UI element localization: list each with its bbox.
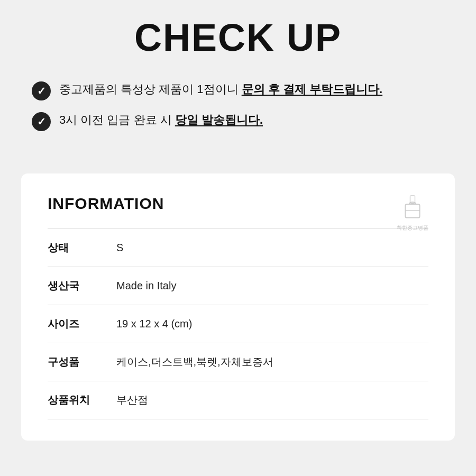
info-title: INFORMATION: [48, 195, 428, 213]
info-value-4: 부산점: [116, 393, 148, 407]
top-section: CHECK UP 중고제품의 특성상 제품이 1점이니 문의 후 결제 부탁드립…: [0, 0, 476, 168]
info-label-1: 생산국: [48, 279, 116, 293]
check-item-1: 중고제품의 특성상 제품이 1점이니 문의 후 결제 부탁드립니다.: [32, 80, 444, 100]
check-icon-1: [32, 81, 51, 100]
check-text-highlight-2: 당일 발송됩니다.: [175, 113, 263, 126]
check-text-highlight-1: 문의 후 결제 부탁드립니다.: [242, 83, 382, 96]
check-text-1: 중고제품의 특성상 제품이 1점이니 문의 후 결제 부탁드립니다.: [59, 80, 382, 98]
check-text-2: 3시 이전 입금 완료 시 당일 발송됩니다.: [59, 111, 263, 129]
info-section: INFORMATION 착한중고명품 상태 S 생산국 Made in Ital…: [21, 173, 455, 441]
info-row-2: 사이즈 19 x 12 x 4 (cm): [48, 305, 428, 343]
info-label-2: 사이즈: [48, 317, 116, 331]
check-text-before-2: 3시 이전 입금 완료 시: [59, 113, 175, 126]
info-value-0: S: [116, 242, 123, 254]
info-label-4: 상품위치: [48, 393, 116, 407]
info-rows: 상태 S 생산국 Made in Italy 사이즈 19 x 12 x 4 (…: [48, 228, 428, 419]
info-value-2: 19 x 12 x 4 (cm): [116, 318, 192, 330]
info-value-3: 케이스,더스트백,북렛,자체보증서: [116, 355, 273, 369]
info-value-1: Made in Italy: [116, 280, 176, 292]
check-text-before-1: 중고제품의 특성상 제품이 1점이니: [59, 83, 242, 96]
svg-rect-0: [405, 204, 419, 217]
brand-logo: 착한중고명품: [397, 195, 428, 231]
info-label-0: 상태: [48, 241, 116, 255]
info-row-1: 생산국 Made in Italy: [48, 267, 428, 305]
info-label-3: 구성품: [48, 355, 116, 369]
info-row-3: 구성품 케이스,더스트백,북렛,자체보증서: [48, 343, 428, 381]
info-row-0: 상태 S: [48, 228, 428, 267]
brand-logo-text: 착한중고명품: [397, 224, 428, 231]
info-row-4: 상품위치 부산점: [48, 381, 428, 419]
page-title: CHECK UP: [32, 16, 444, 59]
check-item-2: 3시 이전 입금 완료 시 당일 발송됩니다.: [32, 111, 444, 131]
check-icon-2: [32, 112, 51, 131]
brand-logo-icon: [399, 195, 426, 221]
